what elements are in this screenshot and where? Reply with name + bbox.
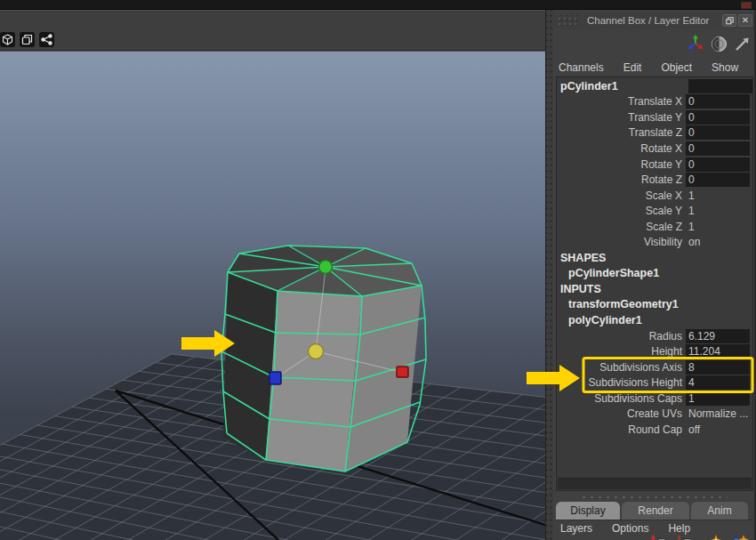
channel-object-row: polyCylinder1: [557, 312, 752, 328]
manipulator-center-handle[interactable]: [309, 344, 324, 359]
window-top-bar: [0, 0, 756, 10]
channel-box-panel: Channel Box / Layer Editor ✕: [553, 10, 756, 540]
channel-row: Rotate Y0: [557, 157, 752, 173]
channel-row: Scale X1: [557, 188, 752, 204]
channel-value[interactable]: 8: [686, 360, 750, 375]
channel-list: pCylinder1Translate X0Translate Y0Transl…: [556, 77, 753, 491]
channel-row: Translate Z0: [557, 125, 752, 141]
channel-row: Scale Y1: [557, 203, 752, 219]
dock-drag-handle[interactable]: [580, 495, 728, 500]
viewport-3d: [0, 51, 545, 540]
cube-icon[interactable]: [0, 32, 15, 47]
channel-label: Height: [557, 345, 686, 358]
channel-box-menubar: Channels Edit Object Show: [559, 59, 751, 77]
channel-label: Translate Y: [557, 111, 686, 124]
channel-value[interactable]: Normalize ...: [686, 407, 750, 421]
channel-object-row: pCylinderShape1: [557, 266, 752, 282]
channel-value[interactable]: 11.204: [686, 344, 750, 359]
channel-object-label[interactable]: pCylinder1: [557, 80, 618, 93]
channel-row: Subdivisions Height4: [557, 375, 752, 391]
channel-value[interactable]: 0: [686, 173, 750, 187]
window-chip-icon: [741, 2, 752, 9]
layer-buttons: [650, 535, 749, 540]
channel-object-label[interactable]: transformGeometry1: [557, 298, 679, 310]
manipulator-x-handle[interactable]: [397, 367, 408, 377]
menu-help[interactable]: Help: [668, 522, 710, 535]
channel-row: Subdivisions Caps1: [557, 391, 752, 407]
menu-edit[interactable]: Edit: [614, 59, 652, 77]
channel-row: Scale Z1: [557, 219, 752, 235]
channel-value[interactable]: 0: [686, 141, 750, 156]
channel-object-label[interactable]: polyCylinder1: [557, 314, 642, 326]
channel-row: Translate Y0: [557, 109, 752, 125]
channel-label: Subdivisions Caps: [557, 392, 686, 405]
pick-arrow-icon[interactable]: [734, 36, 751, 52]
channel-section-row: SHAPES: [557, 250, 752, 266]
channel-row: Radius6.129: [557, 328, 752, 344]
channel-row: Create UVsNormalize ...: [557, 406, 752, 422]
tab-render[interactable]: Render: [622, 502, 689, 520]
channel-value[interactable]: 1: [686, 204, 750, 218]
channel-value[interactable]: on: [686, 235, 750, 249]
panel-header[interactable]: Channel Box / Layer Editor ✕: [553, 12, 754, 29]
duplicate-icon[interactable]: [20, 32, 35, 47]
channel-row: Height11.204: [557, 343, 752, 359]
channel-value[interactable]: 1: [686, 189, 750, 203]
channel-row: Subdivisions Axis8: [557, 359, 752, 375]
menu-channels[interactable]: Channels: [559, 59, 614, 77]
channel-section-label: SHAPES: [557, 252, 606, 264]
close-icon[interactable]: ✕: [738, 14, 752, 27]
channel-value[interactable]: 0: [686, 157, 750, 172]
restore-icon[interactable]: [722, 14, 736, 27]
channel-row: Translate X0: [557, 94, 752, 110]
layer-move-up-icon[interactable]: [650, 535, 670, 540]
channel-value[interactable]: 0: [686, 110, 750, 125]
channel-value[interactable]: 6.129: [686, 329, 750, 343]
channel-label: Rotate X: [557, 142, 686, 155]
panel-splitter[interactable]: [545, 10, 553, 540]
channel-label: Translate X: [557, 95, 686, 108]
channel-list-footer: [558, 478, 752, 489]
channel-object-label[interactable]: pCylinderShape1: [557, 267, 659, 279]
channel-box-tools: [687, 35, 751, 52]
channel-value[interactable]: 4: [686, 375, 750, 390]
channel-label: Translate Z: [557, 126, 686, 139]
channel-section-label: INPUTS: [557, 283, 601, 295]
manipulator-y-handle[interactable]: [319, 261, 333, 274]
channel-value[interactable]: 0: [686, 94, 750, 109]
channel-label: Scale X: [557, 189, 686, 202]
channel-row: Rotate X0: [557, 141, 752, 157]
menu-object[interactable]: Object: [651, 59, 702, 77]
tab-display[interactable]: Display: [556, 502, 620, 520]
cylinder-mesh[interactable]: [221, 246, 426, 471]
channel-label: Round Cap: [557, 423, 686, 436]
maya-window: Channel Box / Layer Editor ✕: [0, 0, 756, 540]
channel-label: Scale Z: [557, 221, 686, 233]
channel-label: Rotate Z: [557, 173, 686, 186]
tab-anim[interactable]: Anim: [691, 502, 748, 520]
layer-editor-tabs: Display Render Anim: [556, 502, 753, 520]
channel-label: Rotate Y: [557, 158, 686, 171]
new-render-layer-icon[interactable]: [728, 535, 749, 540]
channel-value[interactable]: off: [686, 423, 750, 437]
channel-label: Subdivisions Height: [557, 376, 686, 389]
key-filter-icon[interactable]: [711, 36, 728, 52]
channel-row: Visibilityon: [557, 234, 752, 250]
layer-move-down-icon[interactable]: [676, 535, 696, 540]
channel-label: Subdivisions Axis: [557, 361, 686, 374]
channel-value[interactable]: 1: [686, 220, 750, 234]
menu-options[interactable]: Options: [612, 522, 668, 535]
menu-show[interactable]: Show: [702, 59, 748, 77]
menu-layers[interactable]: Layers: [560, 522, 612, 535]
channel-rows: pCylinder1Translate X0Translate Y0Transl…: [557, 78, 752, 438]
viewport-toolbar: [0, 10, 545, 51]
channel-value[interactable]: 0: [686, 125, 750, 140]
channel-label: Create UVs: [557, 407, 686, 420]
move-tool-icon[interactable]: [687, 35, 704, 52]
share-icon[interactable]: [39, 32, 54, 47]
manipulator-z-handle[interactable]: [269, 372, 281, 384]
channel-object-row: pCylinder1: [557, 78, 752, 94]
new-layer-icon[interactable]: [702, 535, 722, 540]
drag-dots[interactable]: [557, 15, 580, 26]
channel-value[interactable]: 1: [686, 391, 750, 406]
